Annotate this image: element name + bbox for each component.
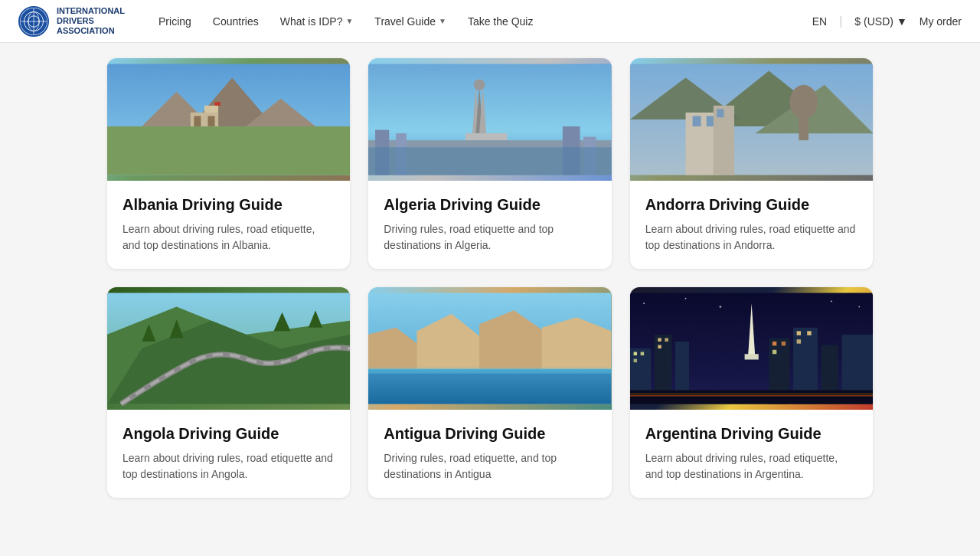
nav-travel-guide[interactable]: Travel Guide ▼ — [365, 11, 456, 32]
card-body-albania: Albania Driving Guide Learn about drivin… — [107, 181, 350, 269]
card-argentina[interactable]: Argentina Driving Guide Learn about driv… — [630, 287, 873, 498]
main-content: Albania Driving Guide Learn about drivin… — [0, 43, 980, 531]
svg-rect-53 — [368, 369, 611, 404]
svg-rect-40 — [799, 113, 808, 140]
card-desc-algeria: Driving rules, road etiquette and top de… — [384, 221, 596, 253]
card-title-albania: Albania Driving Guide — [122, 196, 335, 214]
nav-links: Pricing Countries What is IDP? ▼ Travel … — [149, 11, 812, 32]
currency-selector[interactable]: $ (USD) ▼ — [854, 15, 906, 28]
svg-rect-38 — [717, 109, 724, 117]
svg-point-82 — [719, 306, 721, 308]
logo-icon — [18, 6, 49, 37]
card-desc-angola: Learn about driving rules, road etiquett… — [122, 450, 335, 482]
svg-rect-59 — [633, 359, 637, 363]
svg-rect-72 — [796, 331, 800, 335]
card-body-angola: Angola Driving Guide Learn about driving… — [107, 410, 350, 498]
card-title-antigua: Antigua Driving Guide — [384, 425, 596, 443]
svg-rect-66 — [744, 354, 758, 359]
svg-rect-62 — [665, 338, 668, 342]
card-desc-andorra: Learn about driving rules, road etiquett… — [645, 221, 858, 253]
card-body-antigua: Antigua Driving Guide Driving rules, roa… — [368, 410, 611, 498]
card-albania[interactable]: Albania Driving Guide Learn about drivin… — [107, 58, 350, 269]
svg-rect-61 — [658, 338, 662, 342]
card-title-andorra: Andorra Driving Guide — [645, 196, 858, 214]
card-image-algeria — [368, 58, 611, 181]
svg-rect-68 — [773, 342, 776, 345]
svg-point-21 — [474, 79, 485, 90]
svg-rect-70 — [773, 350, 776, 354]
card-desc-argentina: Learn about driving rules, road etiquett… — [645, 450, 858, 482]
navbar: INTERNATIONAL DRIVERS ASSOCIATION Pricin… — [0, 0, 980, 43]
language-selector[interactable]: EN — [812, 15, 827, 28]
nav-right: EN | $ (USD) ▼ My order — [812, 15, 962, 28]
chevron-down-icon: ▼ — [897, 15, 907, 28]
card-title-algeria: Algeria Driving Guide — [384, 196, 596, 214]
svg-rect-22 — [466, 133, 507, 140]
cards-row-2: Angola Driving Guide Learn about driving… — [107, 287, 873, 498]
svg-rect-54 — [368, 368, 611, 373]
card-antigua[interactable]: Antigua Driving Guide Driving rules, roa… — [368, 287, 611, 498]
svg-point-83 — [831, 300, 832, 302]
card-title-angola: Angola Driving Guide — [122, 425, 335, 443]
svg-rect-63 — [658, 345, 662, 348]
nav-divider: | — [839, 15, 842, 28]
nav-what-is-idp[interactable]: What is IDP? ▼ — [271, 11, 363, 32]
nav-pricing[interactable]: Pricing — [149, 11, 201, 32]
nav-take-quiz[interactable]: Take the Quiz — [459, 11, 543, 32]
card-body-algeria: Algeria Driving Guide Driving rules, roa… — [368, 181, 611, 269]
svg-rect-15 — [194, 116, 201, 126]
cards-row-1: Albania Driving Guide Learn about drivin… — [107, 58, 873, 269]
svg-point-81 — [684, 298, 686, 299]
svg-rect-58 — [640, 352, 644, 356]
logo[interactable]: INTERNATIONAL DRIVERS ASSOCIATION — [18, 6, 125, 37]
svg-rect-16 — [207, 116, 214, 126]
card-title-argentina: Argentina Driving Guide — [645, 425, 858, 443]
card-desc-antigua: Driving rules, road etiquette, and top d… — [384, 450, 596, 482]
svg-point-80 — [643, 303, 645, 304]
svg-rect-74 — [796, 339, 800, 343]
svg-rect-13 — [215, 102, 220, 103]
svg-rect-35 — [692, 116, 701, 126]
chevron-down-icon: ▼ — [439, 17, 446, 25]
svg-rect-73 — [807, 331, 811, 335]
chevron-down-icon: ▼ — [345, 17, 353, 25]
card-body-andorra: Andorra Driving Guide Learn about drivin… — [630, 181, 873, 269]
svg-rect-37 — [713, 106, 733, 175]
svg-rect-7 — [107, 126, 350, 175]
card-algeria[interactable]: Algeria Driving Guide Driving rules, roa… — [368, 58, 611, 269]
svg-rect-77 — [630, 390, 873, 404]
card-image-albania — [107, 58, 350, 181]
nav-countries[interactable]: Countries — [204, 11, 268, 32]
card-image-andorra — [630, 58, 873, 181]
card-desc-albania: Learn about driving rules, road etiquett… — [122, 221, 335, 253]
card-image-antigua — [368, 287, 611, 410]
svg-rect-57 — [633, 352, 637, 356]
logo-text: INTERNATIONAL DRIVERS ASSOCIATION — [57, 6, 125, 37]
svg-point-84 — [858, 306, 860, 308]
card-andorra[interactable]: Andorra Driving Guide Learn about drivin… — [630, 58, 873, 269]
svg-rect-28 — [368, 147, 611, 175]
card-image-angola — [107, 287, 350, 410]
card-angola[interactable]: Angola Driving Guide Learn about driving… — [107, 287, 350, 498]
my-order-link[interactable]: My order — [920, 15, 962, 28]
card-image-argentina — [630, 287, 873, 410]
card-body-argentina: Argentina Driving Guide Learn about driv… — [630, 410, 873, 498]
svg-rect-69 — [781, 342, 785, 345]
